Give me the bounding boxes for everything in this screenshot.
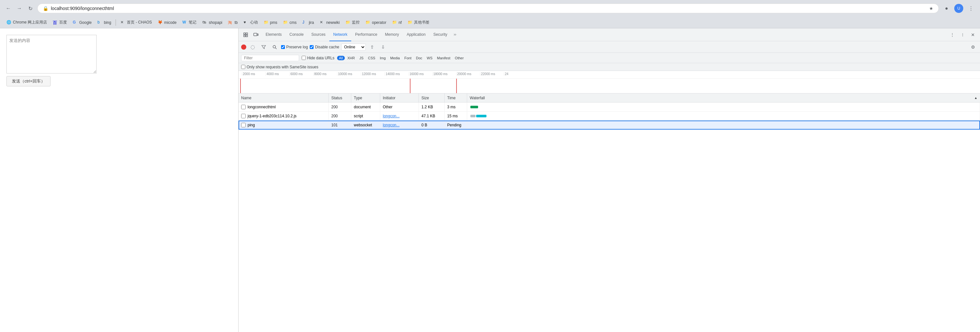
- tab-application[interactable]: Application: [403, 29, 430, 41]
- row-checkbox-1[interactable]: [241, 105, 246, 109]
- waterfall-bar-1: [470, 102, 977, 111]
- devtools-settings-button[interactable]: ⋮: [948, 30, 957, 39]
- bookmark-newwiki[interactable]: ✕ newwiki: [317, 19, 342, 26]
- th-name[interactable]: Name: [239, 94, 329, 102]
- more-tabs-button[interactable]: ››: [451, 29, 459, 41]
- record-button[interactable]: [241, 45, 246, 49]
- filter-doc[interactable]: Doc: [414, 56, 424, 60]
- tab-sources[interactable]: Sources: [307, 29, 329, 41]
- disable-cache-checkbox[interactable]: [310, 45, 313, 49]
- row-checkbox-2[interactable]: [241, 114, 246, 118]
- filter-other[interactable]: Other: [453, 56, 466, 60]
- devtools-close-button[interactable]: ✕: [969, 30, 977, 39]
- bookmark-micode[interactable]: 🦊 micode: [155, 19, 179, 26]
- bookmark-pms[interactable]: 📁 pms: [261, 19, 280, 26]
- throttle-select[interactable]: Online Fast 3G Slow 3G Offline: [341, 43, 366, 51]
- message-input[interactable]: [6, 35, 97, 73]
- import-har-button[interactable]: ⇧: [368, 43, 377, 51]
- bookmark-monitor[interactable]: 📁 监控: [343, 18, 362, 26]
- bookmark-others[interactable]: 📁 其他书签: [405, 18, 432, 26]
- address-bar[interactable]: 🔒 localhost:9090/longconnecthtml ★: [37, 3, 939, 13]
- filter-xhr[interactable]: XHR: [345, 56, 357, 60]
- bookmark-tb[interactable]: 淘 tb: [225, 19, 240, 26]
- waterfall-visual-1: [470, 106, 478, 108]
- clear-network-button[interactable]: ◌: [248, 43, 257, 51]
- tab-elements[interactable]: Elements: [262, 29, 286, 41]
- td-size-1: 1.2 KB: [419, 102, 445, 111]
- row-checkbox-3[interactable]: [241, 123, 246, 127]
- th-size[interactable]: Size: [419, 94, 445, 102]
- forward-button[interactable]: →: [15, 4, 24, 13]
- initiator-value-3[interactable]: longcon...: [383, 123, 399, 127]
- extensions-button[interactable]: ●: [941, 3, 952, 14]
- filter-css[interactable]: CSS: [366, 56, 377, 60]
- bookmark-cms[interactable]: 📁 cms: [280, 19, 299, 26]
- send-button[interactable]: 发送（ctrl+回车）: [6, 76, 51, 86]
- reload-button[interactable]: ↻: [26, 4, 35, 13]
- filter-ws[interactable]: WS: [425, 56, 434, 60]
- network-settings-button[interactable]: ⚙: [969, 43, 977, 51]
- tab-memory[interactable]: Memory: [381, 29, 403, 41]
- tab-network[interactable]: Network: [329, 29, 351, 41]
- bookmark-chrome-store[interactable]: 🌐 Chrome 网上应用店: [4, 18, 49, 26]
- filter-network-button[interactable]: [259, 43, 268, 51]
- export-har-button[interactable]: ⇩: [379, 43, 388, 51]
- bookmark-baidu[interactable]: 百 百度: [50, 18, 70, 26]
- tab-console[interactable]: Console: [286, 29, 307, 41]
- filter-img[interactable]: Img: [378, 56, 388, 60]
- inspect-element-button[interactable]: [241, 30, 250, 39]
- tick-10000: 10000 ms: [337, 72, 361, 76]
- filter-bar: Hide data URLs All XHR JS CSS Img Media …: [239, 53, 980, 63]
- bookmark-jira[interactable]: J jira: [300, 19, 317, 26]
- notes-icon: W: [182, 20, 188, 25]
- bookmark-chaos[interactable]: ✕ 首页 - CHAOS: [118, 18, 154, 26]
- initiator-value-2[interactable]: longcon...: [383, 114, 399, 118]
- svg-rect-1: [246, 33, 248, 35]
- td-type-1: document: [351, 102, 380, 111]
- disable-cache-label[interactable]: Disable cache: [310, 45, 339, 49]
- filter-all[interactable]: All: [337, 56, 345, 60]
- th-time[interactable]: Time: [445, 94, 467, 102]
- table-row[interactable]: jquery-1-edb203c114.10.2.js 200 script l…: [239, 112, 980, 121]
- tab-security[interactable]: Security: [430, 29, 451, 41]
- bookmark-notes[interactable]: W 笔记: [180, 18, 199, 26]
- filter-input[interactable]: [241, 55, 299, 61]
- bookmark-nf[interactable]: 📁 nf: [390, 19, 404, 26]
- filter-js[interactable]: JS: [357, 56, 365, 60]
- filter-media[interactable]: Media: [388, 56, 402, 60]
- bookmark-label: 心动: [250, 20, 258, 25]
- preserve-log-checkbox[interactable]: [281, 45, 285, 49]
- bookmark-label: jira: [309, 20, 314, 25]
- table-row-selected[interactable]: ping 101 websocket longcon... 0 B: [239, 121, 980, 129]
- td-initiator-3: longcon...: [380, 121, 419, 129]
- menu-button[interactable]: ⋮: [966, 3, 976, 14]
- hide-data-urls-label[interactable]: Hide data URLs: [302, 56, 334, 60]
- bookmark-xindong[interactable]: ♥ 心动: [241, 18, 261, 26]
- svg-rect-4: [254, 33, 257, 36]
- bookmark-bing[interactable]: b bing: [95, 19, 114, 26]
- tick-12000: 12000 ms: [361, 72, 385, 76]
- back-button[interactable]: ←: [4, 4, 13, 13]
- th-waterfall[interactable]: Waterfall ▲: [467, 94, 980, 102]
- samesite-checkbox[interactable]: [241, 65, 245, 69]
- hide-data-urls-checkbox[interactable]: [302, 56, 306, 60]
- profile-button[interactable]: U: [954, 3, 964, 14]
- samesite-label[interactable]: Only show requests with SameSite issues: [241, 65, 318, 69]
- device-toolbar-button[interactable]: [251, 30, 261, 39]
- bookmark-operator[interactable]: 📁 operator: [363, 19, 389, 26]
- bookmark-label: micode: [164, 20, 177, 25]
- th-type[interactable]: Type: [351, 94, 380, 102]
- filter-font[interactable]: Font: [402, 56, 414, 60]
- preserve-log-label[interactable]: Preserve log: [281, 45, 308, 49]
- tab-performance[interactable]: Performance: [351, 29, 381, 41]
- th-status[interactable]: Status: [329, 94, 351, 102]
- table-row[interactable]: longconnecthtml 200 document Other 1.2 K…: [239, 102, 980, 112]
- jira-icon: J: [302, 20, 307, 25]
- search-network-button[interactable]: [270, 43, 279, 51]
- bookmark-shopapi[interactable]: 🛍 shopapi: [200, 19, 225, 26]
- devtools-more-options-button[interactable]: ⁝: [958, 30, 967, 39]
- type-value-3: websocket: [354, 123, 372, 127]
- bookmark-google[interactable]: G Google: [70, 19, 94, 26]
- filter-manifest[interactable]: Manifest: [435, 56, 452, 60]
- th-initiator[interactable]: Initiator: [380, 94, 419, 102]
